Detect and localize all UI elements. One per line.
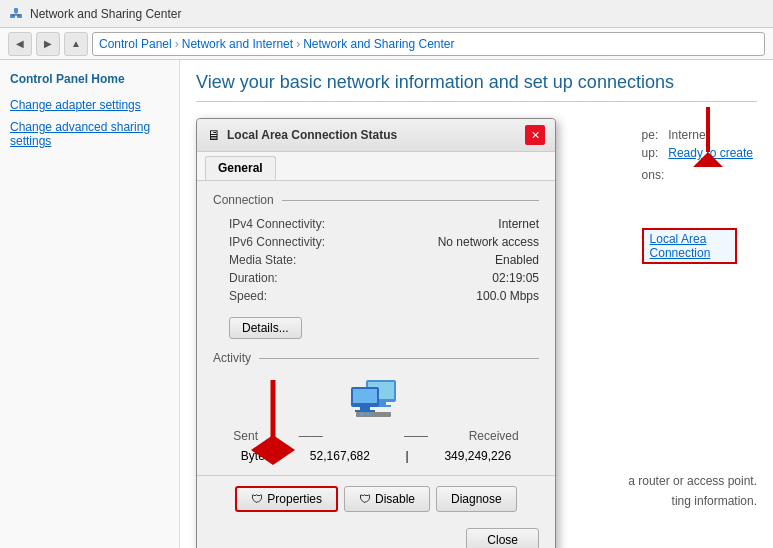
activity-section-header: Activity <box>213 351 539 365</box>
dialog-tabs: General <box>197 152 555 181</box>
title-bar: Network and Sharing Center <box>0 0 773 28</box>
sidebar-link-adapter[interactable]: Change adapter settings <box>10 98 169 112</box>
forward-button[interactable]: ▶ <box>36 32 60 56</box>
back-button[interactable]: ◀ <box>8 32 32 56</box>
annotation-arrow-top <box>663 102 723 175</box>
dash-1: —— <box>299 429 323 443</box>
breadcrumb: Control Panel › Network and Internet › N… <box>92 32 765 56</box>
window-title: Network and Sharing Center <box>30 7 181 21</box>
ipv6-label: IPv6 Connectivity: <box>213 235 325 249</box>
properties-button[interactable]: 🛡 Properties <box>235 486 338 512</box>
ipv4-value: Internet <box>498 217 539 231</box>
dialog-close-button[interactable]: ✕ <box>525 125 545 145</box>
network-computers-icon <box>346 375 406 423</box>
properties-label: Properties <box>267 492 322 506</box>
dialog-content: Connection IPv4 Connectivity: Internet I… <box>197 181 555 475</box>
content-area: View your basic network information and … <box>180 60 773 548</box>
sidebar: Control Panel Home Change adapter settin… <box>0 60 180 548</box>
address-bar: ◀ ▶ ▲ Control Panel › Network and Intern… <box>0 28 773 60</box>
table-row: Speed: 100.0 Mbps <box>213 287 539 305</box>
svg-marker-7 <box>693 152 723 167</box>
connection-label: Connection <box>213 193 274 207</box>
dash-2: —— <box>404 429 428 443</box>
activity-divider <box>259 358 539 359</box>
dialog-footer: Close <box>197 522 555 548</box>
connection-table: IPv4 Connectivity: Internet IPv6 Connect… <box>213 215 539 305</box>
breadcrumb-control-panel[interactable]: Control Panel <box>99 37 172 51</box>
sent-label: Sent <box>233 429 258 443</box>
speed-label: Speed: <box>213 289 267 303</box>
connection-section-header: Connection <box>213 193 539 207</box>
disable-shield-icon: 🛡 <box>359 492 371 506</box>
received-bytes: 349,249,226 <box>444 449 511 463</box>
main-container: Control Panel Home Change adapter settin… <box>0 60 773 548</box>
table-row: Duration: 02:19:05 <box>213 269 539 287</box>
dialog-title-text: Local Area Connection Status <box>227 128 525 142</box>
svg-rect-16 <box>353 389 377 403</box>
details-button[interactable]: Details... <box>229 317 302 339</box>
media-state-label: Media State: <box>213 253 296 267</box>
dialog-title-bar: 🖥 Local Area Connection Status ✕ <box>197 119 555 152</box>
speed-value: 100.0 Mbps <box>476 289 539 303</box>
sidebar-link-advanced[interactable]: Change advanced sharing settings <box>10 120 169 148</box>
received-label: Received <box>469 429 519 443</box>
dialog-title-icon: 🖥 <box>207 127 221 143</box>
svg-point-20 <box>361 413 364 416</box>
up-button[interactable]: ▲ <box>64 32 88 56</box>
disable-button[interactable]: 🛡 Disable <box>344 486 430 512</box>
svg-rect-18 <box>355 410 375 412</box>
sent-bytes: 52,167,682 <box>310 449 370 463</box>
duration-label: Duration: <box>213 271 278 285</box>
activity-area: Sent —— —— Received Bytes: 52,167,682 | … <box>213 375 539 463</box>
page-title: View your basic network information and … <box>196 72 757 102</box>
breadcrumb-sharing-center[interactable]: Network and Sharing Center <box>303 37 454 51</box>
table-row: IPv6 Connectivity: No network access <box>213 233 539 251</box>
duration-value: 02:19:05 <box>492 271 539 285</box>
sidebar-title: Control Panel Home <box>10 72 169 86</box>
bytes-row: Bytes: 52,167,682 | 349,249,226 <box>213 449 539 463</box>
table-row: Media State: Enabled <box>213 251 539 269</box>
window-icon <box>8 6 24 22</box>
ipv4-label: IPv4 Connectivity: <box>213 217 325 231</box>
bytes-label: Bytes: <box>241 449 274 463</box>
tab-general[interactable]: General <box>205 156 276 180</box>
table-row: IPv4 Connectivity: Internet <box>213 215 539 233</box>
bytes-divider: | <box>406 449 409 463</box>
close-button[interactable]: Close <box>466 528 539 548</box>
media-state-value: Enabled <box>495 253 539 267</box>
ipv6-value: No network access <box>438 235 539 249</box>
helper-text-1: a router or access point. <box>628 474 757 488</box>
svg-point-21 <box>367 413 370 416</box>
disable-label: Disable <box>375 492 415 506</box>
diagnose-button[interactable]: Diagnose <box>436 486 517 512</box>
section-divider <box>282 200 539 201</box>
breadcrumb-network-internet[interactable]: Network and Internet <box>182 37 293 51</box>
activity-icons-row <box>213 375 539 423</box>
helper-text-2: ting information. <box>672 494 757 508</box>
activity-label: Activity <box>213 351 251 365</box>
local-area-connection-link[interactable]: Local Area Connection <box>642 228 737 264</box>
dialog-local-area-connection: 🖥 Local Area Connection Status ✕ General… <box>196 118 556 548</box>
svg-rect-2 <box>14 8 18 13</box>
activity-labels: Sent —— —— Received <box>213 429 539 443</box>
dialog-action-buttons: 🛡 Properties 🛡 Disable Diagnose <box>197 475 555 522</box>
diagnose-label: Diagnose <box>451 492 502 506</box>
properties-shield-icon: 🛡 <box>251 492 263 506</box>
svg-rect-17 <box>360 407 370 410</box>
